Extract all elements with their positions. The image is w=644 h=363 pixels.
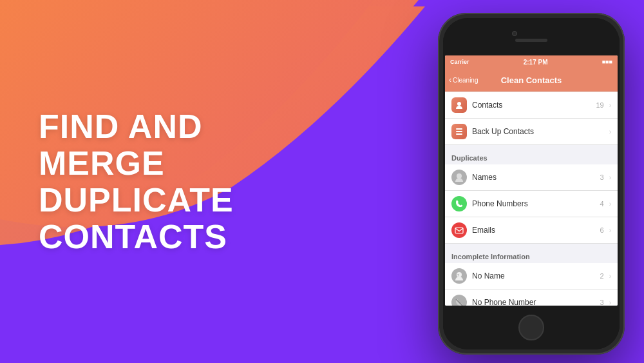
svg-rect-3: [456, 133, 462, 135]
phone-mockup: Carrier 2:17 PM ■■■ ‹ Cleaning Clean Con…: [438, 13, 625, 355]
section-duplicates: Duplicates Names 3 ›: [445, 148, 618, 244]
hero-content: FIND AND MERGE DUPLICATE CONTACTS: [39, 108, 309, 255]
emails-label: Emails: [472, 226, 595, 235]
list-item[interactable]: ? No Name 2 ›: [445, 263, 618, 289]
chevron-icon: ›: [609, 227, 611, 234]
contacts-icon: [451, 97, 467, 113]
chevron-icon: ›: [609, 174, 611, 181]
no-name-count: 2: [600, 272, 604, 280]
backup-label: Back Up Contacts: [472, 127, 604, 136]
home-button[interactable]: [518, 315, 544, 340]
no-phone-icon: [451, 295, 467, 306]
backup-icon: [451, 124, 467, 139]
list-item[interactable]: No Phone Number 3 ›: [445, 289, 618, 306]
svg-point-4: [457, 173, 462, 179]
chevron-icon: ›: [609, 201, 611, 208]
section-main: Contacts 19 ›: [445, 92, 618, 145]
navigation-bar: ‹ Cleaning Clean Contacts: [445, 68, 618, 92]
section-incomplete: Incomplete Information ? No Name 2: [445, 246, 618, 306]
no-name-icon: ?: [451, 268, 467, 284]
list-item[interactable]: Contacts 19 ›: [445, 92, 618, 119]
emails-count: 6: [600, 226, 604, 234]
time-label: 2:17 PM: [524, 59, 548, 66]
list-item[interactable]: Names 3 ›: [445, 164, 618, 191]
svg-rect-5: [455, 228, 463, 233]
no-phone-count: 3: [600, 299, 604, 306]
hero-heading: FIND AND MERGE DUPLICATE CONTACTS: [39, 108, 309, 255]
back-chevron-icon: ‹: [449, 75, 451, 84]
contacts-label: Contacts: [472, 101, 591, 110]
back-button[interactable]: ‹ Cleaning: [449, 75, 478, 84]
names-icon: [451, 170, 467, 185]
contacts-count: 19: [596, 101, 603, 109]
phone-bottom-bar: [443, 306, 620, 349]
chevron-icon: ›: [609, 128, 611, 135]
list-item[interactable]: Emails 6 ›: [445, 217, 618, 244]
camera-dot: [512, 31, 517, 36]
nav-title: Clean Contacts: [501, 75, 562, 85]
chevron-icon: ›: [609, 299, 611, 306]
phone-numbers-label: Phone Numbers: [472, 199, 595, 208]
carrier-label: Carrier: [450, 59, 469, 65]
list-item[interactable]: Phone Numbers 4 ›: [445, 191, 618, 217]
phone-top-bar: [443, 18, 620, 55]
names-label: Names: [472, 173, 595, 182]
no-name-label: No Name: [472, 271, 595, 280]
list-item[interactable]: Back Up Contacts ›: [445, 119, 618, 145]
svg-rect-2: [456, 131, 462, 132]
phone-numbers-count: 4: [600, 200, 604, 208]
phone-inner: Carrier 2:17 PM ■■■ ‹ Cleaning Clean Con…: [443, 18, 620, 349]
phone-screen: Carrier 2:17 PM ■■■ ‹ Cleaning Clean Con…: [445, 55, 618, 306]
battery-indicator: ■■■: [602, 59, 612, 65]
svg-point-0: [457, 102, 461, 106]
phone-frame: Carrier 2:17 PM ■■■ ‹ Cleaning Clean Con…: [438, 13, 625, 355]
section-header-duplicates: Duplicates: [445, 148, 618, 164]
chevron-icon: ›: [609, 273, 611, 280]
svg-rect-1: [456, 128, 462, 130]
menu-list: Contacts 19 ›: [445, 92, 618, 306]
back-label: Cleaning: [453, 77, 478, 84]
names-count: 3: [600, 173, 604, 181]
emails-icon: [451, 222, 467, 238]
no-phone-label: No Phone Number: [472, 298, 595, 306]
phone-numbers-icon: [451, 196, 467, 211]
speaker-grill: [515, 39, 547, 42]
chevron-icon: ›: [609, 102, 611, 109]
section-header-incomplete: Incomplete Information: [445, 246, 618, 263]
status-bar: Carrier 2:17 PM ■■■: [445, 55, 618, 68]
